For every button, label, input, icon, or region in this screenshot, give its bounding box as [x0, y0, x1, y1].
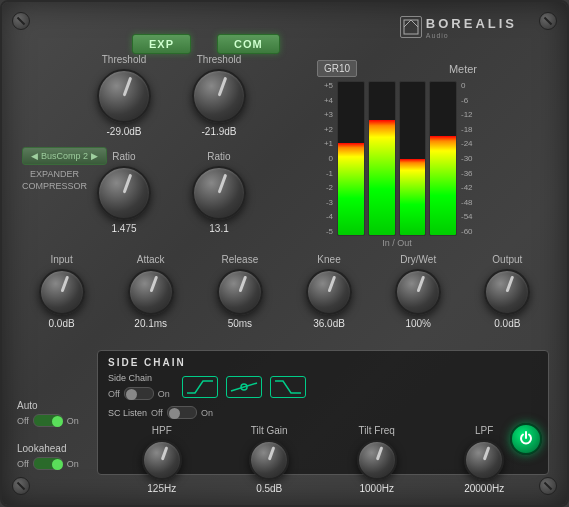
- screw-bl: [12, 477, 30, 495]
- com-section: Threshold -21.9dB Ratio 13.1: [192, 54, 246, 234]
- sc-listen-toggle[interactable]: [167, 406, 197, 419]
- exp-threshold-knob[interactable]: [97, 69, 151, 123]
- hpf-icon-box: [182, 376, 218, 398]
- lookahead-toggle-row: Off On: [17, 457, 79, 470]
- lookahead-on-label: On: [67, 459, 79, 469]
- input-knob[interactable]: [39, 269, 85, 315]
- com-ratio-label: Ratio: [207, 151, 230, 162]
- meter-header: GR10 Meter: [317, 60, 477, 77]
- meter-display: +5 +4 +3 +2 +1 0 -1 -2 -3 -4 -5: [317, 81, 477, 236]
- lookahead-toggle[interactable]: [33, 457, 63, 470]
- input-label: Input: [50, 254, 72, 265]
- meter-scale-right: 0 -6 -12 -18 -24 -30 -36 -42 -48 -54 -60: [459, 81, 477, 236]
- lookahead-off-label: Off: [17, 459, 29, 469]
- auto-section: Auto Off On: [17, 400, 79, 427]
- sc-label: Side Chain: [108, 373, 170, 383]
- lookahead-section: Lookahead Off On: [17, 443, 79, 470]
- com-threshold-value: -21.9dB: [201, 126, 236, 137]
- sc-listen-on-label: On: [201, 408, 213, 418]
- release-knob-container: Release 50ms: [217, 254, 263, 329]
- release-label: Release: [222, 254, 259, 265]
- output-knob[interactable]: [484, 269, 530, 315]
- lpf-knob[interactable]: [464, 440, 504, 480]
- com-threshold-knob[interactable]: [192, 69, 246, 123]
- attack-label: Attack: [137, 254, 165, 265]
- bus-comp-button[interactable]: ◀ BusComp 2 ▶: [22, 147, 107, 165]
- exp-threshold-label: Threshold: [102, 54, 146, 65]
- auto-lookahead-section: Auto Off On Lookahead Off On: [17, 400, 79, 470]
- exp-threshold-container: Threshold -29.0dB: [97, 54, 151, 137]
- screw-br: [539, 477, 557, 495]
- meter-bar-in-outer: [337, 81, 365, 236]
- logo: BOREALIS Audio: [400, 14, 517, 39]
- main-panel: BOREALIS Audio EXP COM Threshold -29.0dB…: [0, 0, 569, 507]
- meter-bar-out2-outer: [429, 81, 457, 236]
- tilt-gain-knob-container: Tilt Gain 0.5dB: [249, 425, 289, 494]
- exp-ratio-value: 1.475: [111, 223, 136, 234]
- lpf-icon-box: [270, 376, 306, 398]
- exp-ratio-label: Ratio: [112, 151, 135, 162]
- sc-toggle-thumb: [126, 389, 137, 400]
- power-button[interactable]: [510, 423, 542, 455]
- meter-scale-left: +5 +4 +3 +2 +1 0 -1 -2 -3 -4 -5: [317, 81, 335, 236]
- drywet-value: 100%: [405, 318, 431, 329]
- attack-value: 20.1ms: [134, 318, 167, 329]
- com-ratio-container: Ratio 13.1: [192, 151, 246, 234]
- tilt-icon-box: [226, 376, 262, 398]
- sc-listen-thumb: [169, 408, 180, 419]
- drywet-knob[interactable]: [395, 269, 441, 315]
- expander-compressor-label: EXPANDER COMPRESSOR: [22, 169, 87, 192]
- bottom-knobs-row: Input 0.0dB Attack 20.1ms Release 50ms K…: [17, 254, 552, 329]
- auto-on-label: On: [67, 416, 79, 426]
- attack-knob[interactable]: [128, 269, 174, 315]
- sc-listen-toggle-row: Off On: [151, 406, 213, 419]
- svg-line-2: [411, 20, 418, 27]
- sc-on-label: On: [158, 389, 170, 399]
- auto-toggle-thumb: [52, 416, 63, 427]
- release-value: 50ms: [228, 318, 252, 329]
- meter-bars: [337, 81, 457, 236]
- sc-toggle-row: Off On: [108, 387, 170, 400]
- knee-knob-container: Knee 36.0dB: [306, 254, 352, 329]
- drywet-label: Dry/Wet: [400, 254, 436, 265]
- tilt-gain-knob[interactable]: [249, 440, 289, 480]
- meter-fill-out2: [430, 136, 456, 235]
- logo-subtitle: Audio: [426, 32, 517, 39]
- meter-bar-in2-outer: [368, 81, 396, 236]
- knee-value: 36.0dB: [313, 318, 345, 329]
- exp-threshold-value: -29.0dB: [106, 126, 141, 137]
- output-label: Output: [492, 254, 522, 265]
- logo-icon: [400, 16, 422, 38]
- gr-badge[interactable]: GR10: [317, 60, 357, 77]
- lookahead-title: Lookahead: [17, 443, 79, 454]
- tilt-freq-knob[interactable]: [357, 440, 397, 480]
- com-button[interactable]: COM: [217, 34, 280, 54]
- release-knob[interactable]: [217, 269, 263, 315]
- tilt-freq-label: Tilt Freq: [359, 425, 395, 436]
- bus-comp-label: BusComp 2: [41, 151, 88, 161]
- output-value: 0.0dB: [494, 318, 520, 329]
- meter-bar-out2: [429, 81, 457, 236]
- screw-tr: [539, 12, 557, 30]
- exp-button[interactable]: EXP: [132, 34, 191, 54]
- auto-off-label: Off: [17, 416, 29, 426]
- tilt-freq-value: 1000Hz: [359, 483, 393, 494]
- hpf-value: 125Hz: [147, 483, 176, 494]
- meter-bar-out1-outer: [399, 81, 427, 236]
- sc-filter-icons: [182, 376, 306, 398]
- sidechain-title: SIDE CHAIN: [108, 357, 538, 368]
- meter-fill-in: [338, 143, 364, 235]
- hpf-knob[interactable]: [142, 440, 182, 480]
- bus-comp-section: ◀ BusComp 2 ▶ EXPANDER COMPRESSOR: [22, 147, 107, 192]
- knee-knob[interactable]: [306, 269, 352, 315]
- meter-bar-in2: [368, 81, 396, 236]
- meter-title: Meter: [449, 63, 477, 75]
- meter-section: GR10 Meter +5 +4 +3 +2 +1 0 -1 -2 -3 -4 …: [317, 60, 477, 248]
- sc-toggle[interactable]: [124, 387, 154, 400]
- auto-toggle[interactable]: [33, 414, 63, 427]
- tilt-gain-value: 0.5dB: [256, 483, 282, 494]
- sidechain-top: Side Chain Off On: [108, 373, 538, 400]
- attack-knob-container: Attack 20.1ms: [128, 254, 174, 329]
- knee-label: Knee: [317, 254, 340, 265]
- com-ratio-knob[interactable]: [192, 166, 246, 220]
